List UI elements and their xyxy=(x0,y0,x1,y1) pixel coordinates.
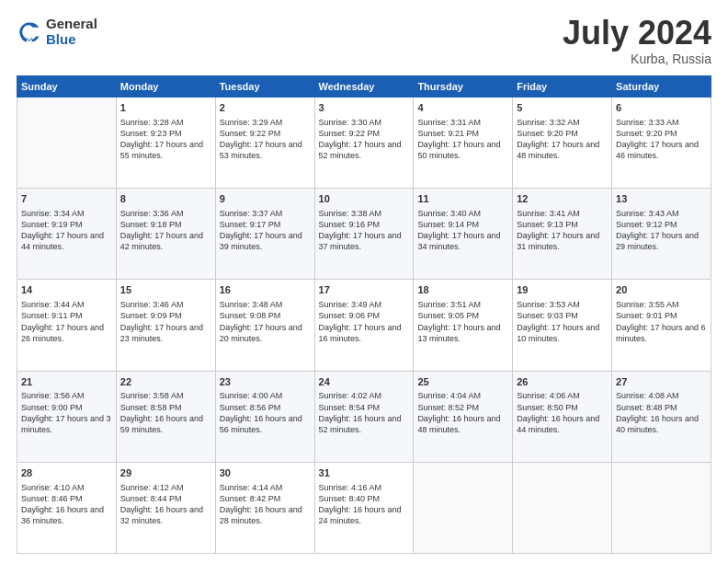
week-row-5: 28Sunrise: 4:10 AMSunset: 8:46 PMDayligh… xyxy=(17,462,711,553)
day-number: 7 xyxy=(21,192,112,206)
cell-w4-d3: 24Sunrise: 4:02 AMSunset: 8:54 PMDayligh… xyxy=(314,371,414,462)
header-sunday: Sunday xyxy=(17,76,117,98)
sunrise-text: Sunrise: 3:38 AM xyxy=(319,208,410,219)
sunrise-text: Sunrise: 3:30 AM xyxy=(319,117,410,128)
day-number: 18 xyxy=(417,283,508,297)
daylight-text: Daylight: 16 hours and 28 minutes. xyxy=(220,504,311,526)
cell-w2-d0: 7Sunrise: 3:34 AMSunset: 9:19 PMDaylight… xyxy=(17,189,117,280)
day-number: 24 xyxy=(319,375,410,389)
day-number: 11 xyxy=(417,192,508,206)
sunrise-text: Sunrise: 3:36 AM xyxy=(120,208,211,219)
daylight-text: Daylight: 17 hours and 16 minutes. xyxy=(319,322,410,344)
cell-w4-d6: 27Sunrise: 4:08 AMSunset: 8:48 PMDayligh… xyxy=(612,371,711,462)
day-number: 25 xyxy=(417,375,508,389)
header: General Blue July 2024 Kurba, Russia xyxy=(17,17,711,66)
daylight-text: Daylight: 17 hours and 37 minutes. xyxy=(319,230,410,252)
sunrise-text: Sunrise: 3:46 AM xyxy=(120,299,211,310)
cell-w1-d2: 2Sunrise: 3:29 AMSunset: 9:22 PMDaylight… xyxy=(215,98,314,189)
sunrise-text: Sunrise: 3:34 AM xyxy=(21,208,112,219)
sunrise-text: Sunrise: 3:32 AM xyxy=(517,117,608,128)
sunset-text: Sunset: 9:06 PM xyxy=(319,310,410,321)
sunrise-text: Sunrise: 3:56 AM xyxy=(21,390,112,401)
sunset-text: Sunset: 8:56 PM xyxy=(220,402,311,413)
sunrise-text: Sunrise: 3:43 AM xyxy=(616,208,707,219)
cell-w2-d4: 11Sunrise: 3:40 AMSunset: 9:14 PMDayligh… xyxy=(414,189,513,280)
sunrise-text: Sunrise: 3:33 AM xyxy=(616,117,707,128)
day-number: 31 xyxy=(319,466,410,480)
title-location: Kurba, Russia xyxy=(563,52,711,66)
sunset-text: Sunset: 9:17 PM xyxy=(220,219,311,230)
sunset-text: Sunset: 9:18 PM xyxy=(120,219,211,230)
sunrise-text: Sunrise: 3:29 AM xyxy=(220,117,311,128)
daylight-text: Daylight: 16 hours and 44 minutes. xyxy=(517,413,608,435)
day-number: 2 xyxy=(220,101,311,115)
sunrise-text: Sunrise: 4:16 AM xyxy=(319,482,410,493)
cell-w5-d2: 30Sunrise: 4:14 AMSunset: 8:42 PMDayligh… xyxy=(215,462,314,553)
title-block: July 2024 Kurba, Russia xyxy=(563,17,711,66)
cell-w2-d5: 12Sunrise: 3:41 AMSunset: 9:13 PMDayligh… xyxy=(513,189,612,280)
sunrise-text: Sunrise: 3:44 AM xyxy=(21,299,112,310)
day-number: 5 xyxy=(517,101,608,115)
daylight-text: Daylight: 17 hours and 48 minutes. xyxy=(517,139,608,161)
day-number: 12 xyxy=(517,192,608,206)
cell-w3-d2: 16Sunrise: 3:48 AMSunset: 9:08 PMDayligh… xyxy=(215,280,314,371)
day-number: 4 xyxy=(417,101,508,115)
sunset-text: Sunset: 9:16 PM xyxy=(319,219,410,230)
daylight-text: Daylight: 17 hours and 53 minutes. xyxy=(220,139,311,161)
daylight-text: Daylight: 17 hours and 6 minutes. xyxy=(616,322,707,344)
page: General Blue July 2024 Kurba, Russia Sun… xyxy=(0,0,728,563)
sunset-text: Sunset: 8:52 PM xyxy=(417,402,508,413)
cell-w3-d6: 20Sunrise: 3:55 AMSunset: 9:01 PMDayligh… xyxy=(612,280,711,371)
sunrise-text: Sunrise: 4:02 AM xyxy=(319,390,410,401)
cell-w5-d5 xyxy=(513,462,612,553)
day-number: 10 xyxy=(319,192,410,206)
day-number: 19 xyxy=(517,283,608,297)
week-row-1: 1Sunrise: 3:28 AMSunset: 9:23 PMDaylight… xyxy=(17,98,711,189)
title-month: July 2024 xyxy=(563,17,711,50)
sunrise-text: Sunrise: 3:58 AM xyxy=(120,390,211,401)
cell-w2-d3: 10Sunrise: 3:38 AMSunset: 9:16 PMDayligh… xyxy=(314,189,414,280)
day-number: 8 xyxy=(120,192,211,206)
sunset-text: Sunset: 8:58 PM xyxy=(120,402,211,413)
sunset-text: Sunset: 9:21 PM xyxy=(417,128,508,139)
sunrise-text: Sunrise: 4:12 AM xyxy=(120,482,211,493)
sunset-text: Sunset: 8:50 PM xyxy=(517,402,608,413)
day-number: 16 xyxy=(220,283,311,297)
cell-w1-d4: 4Sunrise: 3:31 AMSunset: 9:21 PMDaylight… xyxy=(414,98,513,189)
daylight-text: Daylight: 17 hours and 52 minutes. xyxy=(319,139,410,161)
cell-w4-d5: 26Sunrise: 4:06 AMSunset: 8:50 PMDayligh… xyxy=(513,371,612,462)
day-number: 22 xyxy=(120,375,211,389)
sunrise-text: Sunrise: 3:48 AM xyxy=(220,299,311,310)
cell-w3-d0: 14Sunrise: 3:44 AMSunset: 9:11 PMDayligh… xyxy=(17,280,117,371)
daylight-text: Daylight: 17 hours and 42 minutes. xyxy=(120,230,211,252)
daylight-text: Daylight: 16 hours and 52 minutes. xyxy=(319,413,410,435)
sunrise-text: Sunrise: 4:00 AM xyxy=(220,390,311,401)
sunrise-text: Sunrise: 3:53 AM xyxy=(517,299,608,310)
sunrise-text: Sunrise: 3:28 AM xyxy=(120,117,211,128)
day-number: 20 xyxy=(616,283,707,297)
daylight-text: Daylight: 17 hours and 55 minutes. xyxy=(120,139,211,161)
sunset-text: Sunset: 9:05 PM xyxy=(417,310,508,321)
sunset-text: Sunset: 9:13 PM xyxy=(517,219,608,230)
day-number: 9 xyxy=(220,192,311,206)
sunrise-text: Sunrise: 3:51 AM xyxy=(417,299,508,310)
week-row-2: 7Sunrise: 3:34 AMSunset: 9:19 PMDaylight… xyxy=(17,189,711,280)
cell-w4-d4: 25Sunrise: 4:04 AMSunset: 8:52 PMDayligh… xyxy=(414,371,513,462)
daylight-text: Daylight: 17 hours and 13 minutes. xyxy=(417,322,508,344)
sunset-text: Sunset: 9:22 PM xyxy=(220,128,311,139)
cell-w5-d4 xyxy=(414,462,513,553)
sunrise-text: Sunrise: 4:06 AM xyxy=(517,390,608,401)
sunset-text: Sunset: 9:22 PM xyxy=(319,128,410,139)
sunrise-text: Sunrise: 4:10 AM xyxy=(21,482,112,493)
cell-w2-d1: 8Sunrise: 3:36 AMSunset: 9:18 PMDaylight… xyxy=(116,189,215,280)
daylight-text: Daylight: 17 hours and 10 minutes. xyxy=(517,322,608,344)
week-row-4: 21Sunrise: 3:56 AMSunset: 9:00 PMDayligh… xyxy=(17,371,711,462)
cell-w3-d5: 19Sunrise: 3:53 AMSunset: 9:03 PMDayligh… xyxy=(513,280,612,371)
sunrise-text: Sunrise: 4:04 AM xyxy=(417,390,508,401)
cell-w3-d3: 17Sunrise: 3:49 AMSunset: 9:06 PMDayligh… xyxy=(314,280,414,371)
daylight-text: Daylight: 17 hours and 50 minutes. xyxy=(417,139,508,161)
cell-w4-d1: 22Sunrise: 3:58 AMSunset: 8:58 PMDayligh… xyxy=(116,371,215,462)
sunset-text: Sunset: 9:23 PM xyxy=(120,128,211,139)
day-number: 15 xyxy=(120,283,211,297)
logo-icon xyxy=(17,19,42,45)
